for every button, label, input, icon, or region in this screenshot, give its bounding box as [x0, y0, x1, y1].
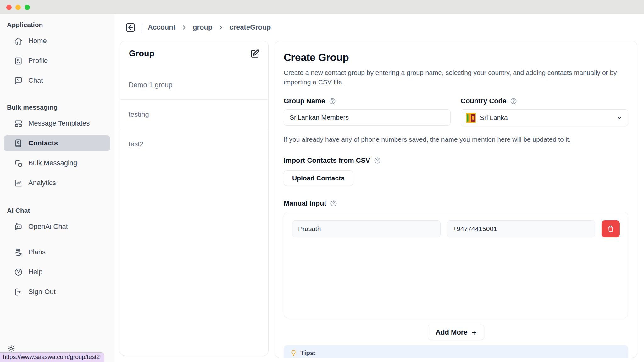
sun-icon [7, 344, 15, 353]
group-name-label: Group Name [284, 97, 325, 105]
minimize-window-button[interactable] [15, 5, 21, 10]
sidebar-item-home[interactable]: Home [4, 33, 110, 49]
sidebar-item-label: Contacts [28, 139, 58, 147]
manual-input-container [284, 212, 628, 318]
breadcrumb-item-creategroup[interactable]: createGroup [230, 23, 271, 31]
chevron-right-icon [181, 24, 187, 31]
sign-out-icon [14, 287, 23, 297]
contact-name-input[interactable] [292, 220, 441, 237]
country-select[interactable]: Sri Lanka [461, 109, 628, 126]
sidebar-item-label: Help [28, 268, 42, 276]
contacts-book-icon [14, 139, 23, 148]
close-window-button[interactable] [6, 5, 12, 10]
country-code-help-icon[interactable] [510, 97, 517, 105]
page-title: Create Group [284, 52, 628, 64]
chat-icon [14, 76, 23, 85]
manual-input-label: Manual Input [284, 199, 326, 207]
create-group-panel: Create Group Create a new contact group … [275, 41, 637, 358]
manual-input-help-icon[interactable] [330, 200, 337, 207]
sidebar-item-bulk-messaging[interactable]: Bulk Messaging [4, 155, 110, 171]
sidebar-item-label: Chat [28, 76, 43, 85]
help-circle-icon [14, 268, 23, 277]
add-more-button[interactable]: Add More + [428, 325, 484, 340]
sidebar-item-help[interactable]: Help [4, 264, 110, 280]
sidebar-item-label: Profile [28, 57, 48, 65]
sidebar-item-label: Sign-Out [28, 288, 56, 296]
sidebar-section-bulk-messaging: Bulk messaging [7, 103, 114, 111]
sidebar-item-profile[interactable]: Profile [4, 53, 110, 69]
group-panel-title: Group [129, 49, 154, 59]
bulk-messaging-icon [14, 159, 23, 168]
breadcrumb-divider [142, 23, 142, 32]
add-more-label: Add More [436, 328, 467, 337]
contact-phone-input[interactable] [447, 220, 595, 237]
import-csv-help-icon[interactable] [374, 157, 381, 164]
sidebar-section-ai-chat: Ai Chat [7, 206, 114, 215]
breadcrumb-item-account[interactable]: Account [148, 23, 175, 31]
plus-icon: + [472, 328, 476, 337]
sidebar-item-label: Message Templates [28, 119, 90, 127]
sidebar-item-label: OpenAi Chat [28, 223, 68, 231]
main-content: Account group createGroup Group Demo 1 g… [114, 14, 644, 362]
group-name-help-icon[interactable] [329, 97, 336, 105]
sidebar-section-application: Application [7, 20, 114, 29]
group-list-item-demo-1-group[interactable]: Demo 1 group [120, 70, 268, 100]
home-icon [14, 37, 23, 46]
page-description: Create a new contact group by entering a… [284, 68, 628, 87]
group-name-input[interactable] [284, 109, 451, 126]
country-select-value: Sri Lanka [480, 114, 508, 122]
import-csv-label: Import Contacts from CSV [284, 156, 370, 165]
analytics-icon [14, 178, 23, 188]
robot-icon [14, 222, 23, 231]
sidebar: Application Home Profile Chat Bulk messa… [0, 14, 114, 362]
back-button[interactable] [125, 21, 136, 33]
sidebar-item-sign-out[interactable]: Sign-Out [4, 284, 110, 300]
group-form-row: Group Name Country Code Sri Lanka [284, 97, 628, 126]
hand-coins-icon [14, 248, 23, 257]
macos-titlebar [0, 0, 644, 14]
group-panel-header: Group [120, 41, 268, 70]
breadcrumb-item-group[interactable]: group [193, 23, 212, 31]
sidebar-item-label: Home [28, 37, 47, 45]
zoom-window-button[interactable] [25, 5, 30, 10]
arrow-left-square-icon [125, 22, 136, 33]
upload-contacts-button[interactable]: Upload Contacts [284, 170, 353, 186]
group-list-item-test2[interactable]: test2 [120, 129, 268, 159]
tips-banner: Tips: [284, 345, 628, 358]
profile-icon [14, 56, 23, 65]
trash-icon [607, 225, 615, 233]
sidebar-item-label: Bulk Messaging [28, 159, 77, 167]
theme-toggle-button[interactable] [7, 344, 16, 353]
breadcrumb: Account group createGroup [125, 20, 271, 35]
sidebar-item-label: Analytics [28, 179, 56, 187]
sidebar-item-openai-chat[interactable]: OpenAi Chat [4, 219, 110, 235]
edit-icon [250, 48, 260, 59]
sidebar-item-label: Plans [28, 248, 46, 256]
group-name-note: If you already have any of phone numbers… [284, 136, 628, 143]
group-panel: Group Demo 1 group testing test2 [120, 41, 269, 356]
sidebar-item-analytics[interactable]: Analytics [4, 175, 110, 191]
lightbulb-icon [290, 349, 297, 357]
chevron-down-icon [616, 114, 623, 122]
sidebar-item-contacts[interactable]: Contacts [4, 135, 110, 151]
chevron-right-icon [218, 24, 224, 31]
sri-lanka-flag-icon [466, 113, 476, 123]
edit-group-button[interactable] [250, 48, 260, 59]
sidebar-item-plans[interactable]: Plans [4, 244, 110, 260]
tips-label: Tips: [300, 349, 316, 357]
message-templates-icon [14, 119, 23, 128]
group-list: Demo 1 group testing test2 [120, 70, 268, 159]
group-list-item-testing[interactable]: testing [120, 100, 268, 129]
status-url-tooltip: https://www.saaswa.com/group/test2 [0, 352, 104, 362]
sidebar-item-message-templates[interactable]: Message Templates [4, 116, 110, 131]
contact-row [292, 220, 620, 237]
sidebar-item-chat[interactable]: Chat [4, 73, 110, 88]
country-code-label: Country Code [461, 97, 506, 105]
delete-contact-button[interactable] [602, 220, 620, 237]
